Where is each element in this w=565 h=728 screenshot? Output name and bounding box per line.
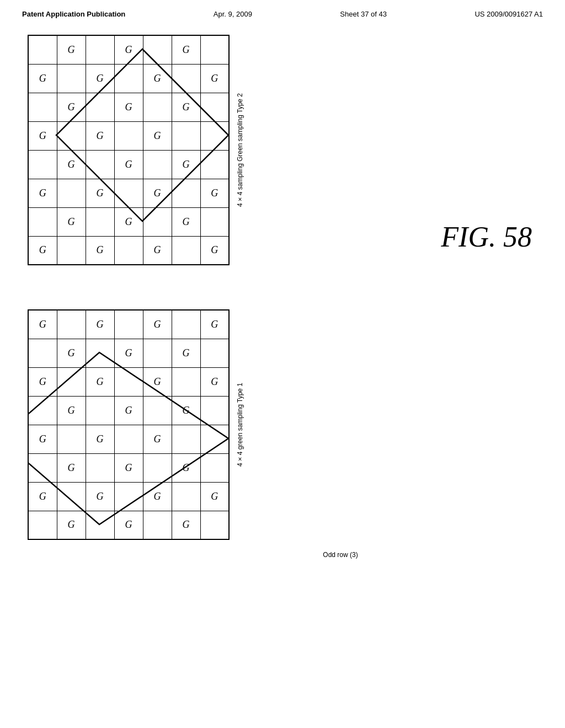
bottom-diagram-label: 4×4 green sampling Type 1 <box>236 383 244 467</box>
cell <box>57 236 86 265</box>
cell <box>143 150 172 179</box>
cell: G <box>86 425 114 453</box>
cell <box>200 511 229 539</box>
cell: G <box>28 236 57 265</box>
cell <box>114 179 143 207</box>
cell <box>28 150 57 179</box>
table-row: G G G <box>28 121 229 150</box>
cell <box>28 35 57 64</box>
cell: G <box>200 64 229 93</box>
cell: G <box>172 150 200 179</box>
table-row: G G G G <box>28 179 229 207</box>
cell: G <box>143 121 172 150</box>
cell <box>114 482 143 511</box>
cell <box>172 236 200 265</box>
bottom-diagram-wrapper: G G G G G G G <box>28 309 565 540</box>
cell <box>28 453 57 482</box>
table-row: G G G <box>28 453 229 482</box>
cell: G <box>28 179 57 207</box>
cell: G <box>114 339 143 367</box>
cell <box>200 150 229 179</box>
cell <box>200 93 229 121</box>
table-row: G G G <box>28 511 229 539</box>
cell <box>57 179 86 207</box>
page-header: Patent Application Publication Apr. 9, 2… <box>0 0 565 24</box>
cell <box>200 396 229 425</box>
cell <box>143 453 172 482</box>
cell: G <box>57 150 86 179</box>
table-row: G G G G <box>28 236 229 265</box>
cell <box>114 236 143 265</box>
cell: G <box>86 482 114 511</box>
cell: G <box>172 339 200 367</box>
cell <box>114 425 143 453</box>
cell <box>200 207 229 236</box>
table-row: G G G <box>28 35 229 64</box>
bottom-grid-container: G G G G G G G <box>28 309 230 540</box>
table-row: G G G <box>28 93 229 121</box>
cell: G <box>86 121 114 150</box>
cell: G <box>200 367 229 396</box>
cell <box>86 339 114 367</box>
cell <box>86 93 114 121</box>
cell: G <box>143 310 172 339</box>
cell <box>172 425 200 453</box>
cell <box>28 396 57 425</box>
cell <box>114 121 143 150</box>
cell: G <box>114 511 143 539</box>
cell <box>143 339 172 367</box>
cell <box>57 121 86 150</box>
top-grid-container: G G G G G G G <box>28 35 230 265</box>
cell: G <box>86 236 114 265</box>
cell: G <box>28 367 57 396</box>
cell: G <box>200 310 229 339</box>
cell: G <box>28 64 57 93</box>
cell <box>57 482 86 511</box>
cell <box>172 64 200 93</box>
table-row: G G G <box>28 425 229 453</box>
cell: G <box>28 121 57 150</box>
header-sheet: Sheet 37 of 43 <box>340 10 387 18</box>
cell <box>172 482 200 511</box>
cell <box>143 93 172 121</box>
table-row: G G G G <box>28 367 229 396</box>
cell: G <box>172 207 200 236</box>
cell <box>28 339 57 367</box>
cell: G <box>114 453 143 482</box>
cell <box>86 453 114 482</box>
cell <box>57 64 86 93</box>
cell <box>86 396 114 425</box>
cell: G <box>86 367 114 396</box>
bottom-diagram-section: G G G G G G G <box>28 309 565 559</box>
header-right: US 2009/0091627 A1 <box>475 10 543 18</box>
cell: G <box>86 64 114 93</box>
cell <box>200 121 229 150</box>
cell: G <box>57 511 86 539</box>
cell: G <box>143 425 172 453</box>
cell <box>114 367 143 396</box>
table-row: G G G G <box>28 482 229 511</box>
cell <box>28 93 57 121</box>
cell: G <box>114 35 143 64</box>
cell <box>200 425 229 453</box>
cell <box>143 511 172 539</box>
cell <box>143 207 172 236</box>
header-left: Patent Application Publication <box>22 10 125 18</box>
table-row: G G G <box>28 207 229 236</box>
table-row: G G G <box>28 339 229 367</box>
cell: G <box>86 310 114 339</box>
cell: G <box>57 93 86 121</box>
cell: G <box>114 396 143 425</box>
cell: G <box>172 396 200 425</box>
cell <box>57 310 86 339</box>
cell: G <box>200 482 229 511</box>
cell <box>200 35 229 64</box>
cell <box>86 511 114 539</box>
figure-label: FIG. 58 <box>441 221 532 253</box>
cell <box>143 35 172 64</box>
cell: G <box>114 150 143 179</box>
top-diagram-label: 4×4 sampling Green sampling Type 2 <box>236 93 244 207</box>
cell: G <box>172 511 200 539</box>
cell <box>172 367 200 396</box>
cell <box>200 453 229 482</box>
